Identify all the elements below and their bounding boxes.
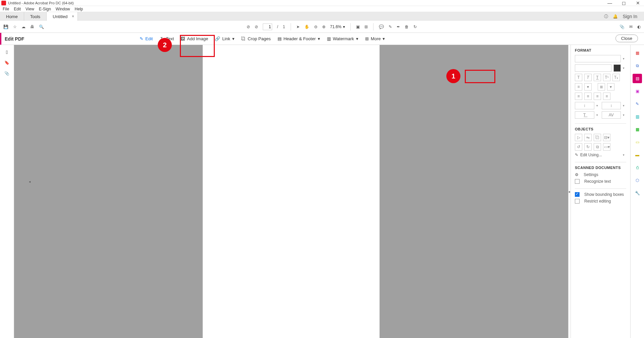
- fit-page-icon[interactable]: ▣: [356, 24, 360, 29]
- more-tools-icon[interactable]: 🔧: [633, 188, 642, 198]
- profile-icon[interactable]: ◐: [637, 24, 641, 29]
- edit-pdf-tool-icon[interactable]: ▤: [633, 74, 642, 83]
- bookmarks-icon[interactable]: 🔖: [4, 60, 9, 65]
- tab-tools[interactable]: Tools: [24, 12, 47, 21]
- window-close-button[interactable]: ✕: [633, 0, 643, 6]
- export-pdf-tool-icon[interactable]: ▣: [633, 87, 642, 96]
- compress-tool-icon[interactable]: ▭: [633, 137, 642, 147]
- bullet-list-button[interactable]: ≡: [575, 83, 582, 91]
- chevron-down-icon[interactable]: ▾: [623, 57, 626, 60]
- chevron-down-icon[interactable]: ▾: [623, 104, 626, 107]
- more-dropdown-icon[interactable]: ▾: [383, 36, 385, 41]
- numbered-list-button[interactable]: ≣: [598, 83, 605, 91]
- delete-icon[interactable]: 🗑: [405, 24, 409, 29]
- header-dropdown-icon[interactable]: ▾: [318, 36, 320, 41]
- menu-help[interactable]: Help: [75, 7, 83, 11]
- edit-using-dropdown[interactable]: Edit Using...: [580, 153, 621, 157]
- header-footer-button[interactable]: ▤Header & Footer▾: [278, 36, 320, 41]
- menu-file[interactable]: File: [3, 7, 9, 11]
- notifications-icon[interactable]: 🔔: [613, 14, 618, 19]
- chevron-down-icon[interactable]: ▾: [623, 153, 626, 157]
- zoom-dropdown-icon[interactable]: ▾: [343, 24, 345, 29]
- tab-document-close-icon[interactable]: ×: [72, 14, 74, 19]
- flip-horizontal-icon[interactable]: ⇋: [584, 134, 592, 141]
- page-number-input[interactable]: [263, 23, 272, 30]
- mail-icon[interactable]: ✉: [629, 24, 633, 29]
- watermark-dropdown-icon[interactable]: ▾: [356, 36, 358, 41]
- create-pdf-tool-icon[interactable]: ▦: [633, 48, 642, 58]
- align-objects-dropdown[interactable]: ⊟▾: [603, 134, 610, 141]
- find-icon[interactable]: 🔍: [39, 24, 44, 29]
- rotate-cw-icon[interactable]: ▷: [575, 134, 582, 141]
- subscript-button[interactable]: T₁: [612, 74, 620, 81]
- zoom-level[interactable]: 71.6%: [330, 24, 342, 29]
- align-center-button[interactable]: ≡: [584, 93, 592, 100]
- combine-files-tool-icon[interactable]: ⧉: [633, 61, 642, 70]
- protect-tool-icon[interactable]: ⬡: [633, 176, 642, 185]
- window-minimize-button[interactable]: —: [605, 0, 614, 6]
- bullet-list-dropdown[interactable]: ▾: [584, 83, 592, 91]
- settings-button[interactable]: ⚙ Settings: [575, 172, 626, 177]
- align-left-button[interactable]: ≡: [575, 93, 582, 100]
- bold-button[interactable]: T: [575, 74, 582, 81]
- tab-home[interactable]: Home: [0, 12, 24, 21]
- organize-pages-tool-icon[interactable]: ▥: [633, 112, 642, 121]
- page-display-icon[interactable]: ⊞: [364, 24, 368, 29]
- character-spacing-dropdown[interactable]: AV: [602, 111, 621, 119]
- fill-sign-tool-icon[interactable]: ✎: [633, 99, 642, 109]
- restrict-editing-checkbox[interactable]: Restrict editing: [575, 199, 626, 204]
- chevron-down-icon[interactable]: ▾: [596, 104, 600, 107]
- document-canvas[interactable]: ◂: [14, 45, 568, 338]
- comment-tool-icon[interactable]: ▬: [633, 150, 642, 160]
- attachments-icon[interactable]: 📎: [4, 71, 9, 76]
- zoom-out-icon[interactable]: ⊖: [314, 24, 317, 29]
- edit-button[interactable]: ✎Edit: [140, 36, 153, 41]
- font-size-dropdown[interactable]: [575, 64, 611, 72]
- horizontal-scale-dropdown[interactable]: T͟: [575, 111, 594, 119]
- window-maximize-button[interactable]: ◻: [619, 0, 629, 6]
- arrange-dropdown[interactable]: ▭▾: [603, 143, 610, 151]
- chevron-down-icon[interactable]: ▾: [623, 66, 626, 70]
- recognize-text-checkbox[interactable]: Recognize text: [575, 179, 626, 184]
- link-button[interactable]: 🔗Link▾: [215, 36, 235, 41]
- close-button[interactable]: Close: [615, 35, 638, 42]
- align-justify-button[interactable]: ≡: [603, 93, 610, 100]
- show-bounding-boxes-checkbox[interactable]: Show bounding boxes: [575, 192, 626, 197]
- align-right-button[interactable]: ≡: [594, 93, 601, 100]
- crop-object-icon[interactable]: ⿻: [594, 134, 601, 141]
- font-color-swatch[interactable]: [613, 64, 621, 72]
- print-icon[interactable]: 🖶: [30, 24, 34, 29]
- cloud-upload-icon[interactable]: ☁: [21, 24, 26, 29]
- scan-ocr-tool-icon[interactable]: ⎙: [633, 163, 642, 172]
- replace-image-icon[interactable]: ⧉: [594, 143, 601, 151]
- rotate-cw2-icon[interactable]: ↻: [584, 143, 592, 151]
- line-spacing-dropdown[interactable]: ↕: [575, 102, 594, 109]
- more-button[interactable]: ⊞More▾: [365, 36, 385, 41]
- crop-pages-button[interactable]: ⿻Crop Pages: [241, 36, 271, 41]
- superscript-button[interactable]: T¹: [603, 74, 610, 81]
- page-down-icon[interactable]: ⊘: [255, 24, 258, 29]
- pointer-icon[interactable]: ➤: [296, 24, 300, 29]
- paragraph-spacing-dropdown[interactable]: ↕: [602, 102, 621, 109]
- font-family-dropdown[interactable]: [575, 55, 621, 62]
- send-comments-tool-icon[interactable]: ▦: [633, 125, 642, 134]
- page-up-icon[interactable]: ⊘: [247, 24, 250, 29]
- rotate-ccw-icon[interactable]: ↺: [575, 143, 582, 151]
- help-icon[interactable]: ⓘ: [604, 14, 608, 19]
- menu-view[interactable]: View: [26, 7, 34, 11]
- chevron-down-icon[interactable]: ▾: [623, 113, 626, 117]
- left-pane-toggle[interactable]: ◂: [28, 180, 31, 183]
- thumbnails-icon[interactable]: ▯: [6, 50, 8, 54]
- rotate-icon[interactable]: ↻: [413, 24, 417, 29]
- comment-icon[interactable]: 💬: [379, 24, 384, 29]
- hand-tool-icon[interactable]: ✋: [304, 24, 309, 29]
- page[interactable]: [203, 45, 380, 338]
- highlight-icon[interactable]: ✎: [389, 24, 392, 29]
- watermark-button[interactable]: ▥Watermark▾: [327, 36, 358, 41]
- add-text-button[interactable]: ＴText: [159, 36, 174, 42]
- chevron-down-icon[interactable]: ▾: [596, 113, 600, 117]
- attach-icon[interactable]: 📎: [620, 24, 625, 29]
- sign-icon[interactable]: ✒: [397, 24, 400, 29]
- star-icon[interactable]: ☆: [13, 24, 17, 29]
- zoom-in-icon[interactable]: ⊕: [322, 24, 326, 29]
